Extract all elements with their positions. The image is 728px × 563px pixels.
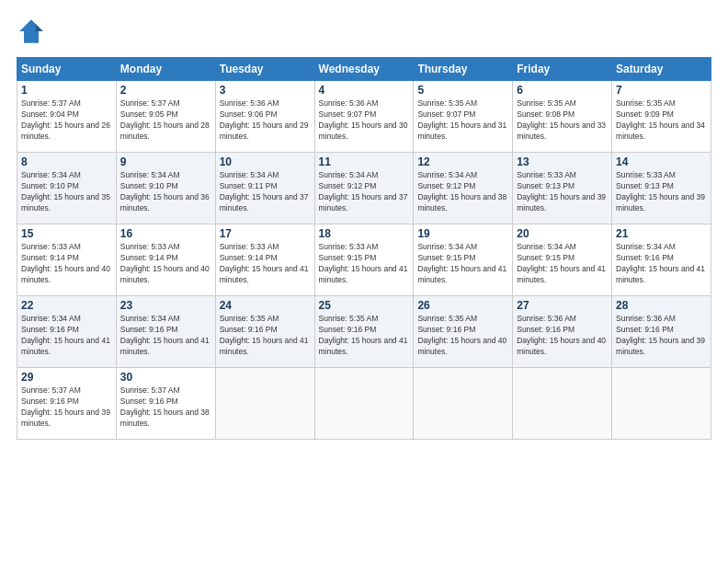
- calendar-week-5: 29Sunrise: 5:37 AMSunset: 9:16 PMDayligh…: [17, 368, 711, 440]
- calendar-cell: 21Sunrise: 5:34 AMSunset: 9:16 PMDayligh…: [612, 224, 711, 296]
- day-info: Sunrise: 5:33 AMSunset: 9:14 PMDaylight:…: [21, 242, 112, 286]
- calendar-cell: [612, 368, 711, 440]
- day-number: 1: [21, 84, 112, 97]
- calendar-cell: 30Sunrise: 5:37 AMSunset: 9:16 PMDayligh…: [116, 368, 215, 440]
- day-number: 14: [616, 155, 707, 168]
- day-info: Sunrise: 5:35 AMSunset: 9:16 PMDaylight:…: [417, 314, 508, 358]
- calendar-table: Sunday Monday Tuesday Wednesday Thursday…: [17, 57, 711, 440]
- day-number: 7: [616, 84, 707, 97]
- day-info: Sunrise: 5:33 AMSunset: 9:13 PMDaylight:…: [517, 170, 608, 214]
- day-number: 23: [120, 299, 211, 312]
- day-number: 11: [319, 155, 410, 168]
- day-number: 17: [220, 227, 311, 240]
- calendar-cell: 19Sunrise: 5:34 AMSunset: 9:15 PMDayligh…: [414, 224, 513, 296]
- calendar-cell: 11Sunrise: 5:34 AMSunset: 9:12 PMDayligh…: [314, 153, 414, 224]
- day-info: Sunrise: 5:37 AMSunset: 9:16 PMDaylight:…: [120, 385, 211, 430]
- calendar-cell: 10Sunrise: 5:34 AMSunset: 9:11 PMDayligh…: [215, 153, 314, 224]
- calendar-cell: 1Sunrise: 5:37 AMSunset: 9:04 PMDaylight…: [17, 81, 117, 153]
- col-wednesday: Wednesday: [314, 58, 414, 81]
- day-number: 24: [220, 299, 311, 312]
- day-number: 10: [220, 155, 311, 168]
- day-info: Sunrise: 5:36 AMSunset: 9:16 PMDaylight:…: [517, 314, 608, 358]
- day-number: 20: [517, 227, 608, 240]
- calendar-cell: 26Sunrise: 5:35 AMSunset: 9:16 PMDayligh…: [414, 296, 513, 368]
- day-info: Sunrise: 5:36 AMSunset: 9:16 PMDaylight:…: [616, 314, 707, 358]
- day-number: 8: [21, 155, 112, 168]
- day-number: 21: [616, 227, 707, 240]
- day-info: Sunrise: 5:37 AMSunset: 9:16 PMDaylight:…: [21, 385, 112, 430]
- calendar-cell: [414, 368, 513, 440]
- calendar-cell: 16Sunrise: 5:33 AMSunset: 9:14 PMDayligh…: [116, 224, 215, 296]
- calendar-week-1: 1Sunrise: 5:37 AMSunset: 9:04 PMDaylight…: [17, 81, 711, 153]
- calendar-cell: 18Sunrise: 5:33 AMSunset: 9:15 PMDayligh…: [314, 224, 414, 296]
- calendar-cell: 22Sunrise: 5:34 AMSunset: 9:16 PMDayligh…: [17, 296, 117, 368]
- calendar-cell: 24Sunrise: 5:35 AMSunset: 9:16 PMDayligh…: [215, 296, 314, 368]
- header: [17, 17, 711, 46]
- col-monday: Monday: [116, 58, 215, 81]
- day-number: 28: [616, 299, 707, 312]
- calendar-cell: 12Sunrise: 5:34 AMSunset: 9:12 PMDayligh…: [414, 153, 513, 224]
- day-info: Sunrise: 5:35 AMSunset: 9:08 PMDaylight:…: [517, 98, 608, 143]
- day-info: Sunrise: 5:34 AMSunset: 9:11 PMDaylight:…: [220, 170, 311, 214]
- day-number: 18: [319, 227, 410, 240]
- page-container: Sunday Monday Tuesday Wednesday Thursday…: [0, 0, 728, 449]
- day-info: Sunrise: 5:37 AMSunset: 9:04 PMDaylight:…: [21, 98, 112, 143]
- calendar-cell: 2Sunrise: 5:37 AMSunset: 9:05 PMDaylight…: [116, 81, 215, 153]
- calendar-week-3: 15Sunrise: 5:33 AMSunset: 9:14 PMDayligh…: [17, 224, 711, 296]
- day-number: 27: [517, 299, 608, 312]
- calendar-cell: 23Sunrise: 5:34 AMSunset: 9:16 PMDayligh…: [116, 296, 215, 368]
- day-number: 13: [517, 155, 608, 168]
- calendar-cell: 9Sunrise: 5:34 AMSunset: 9:10 PMDaylight…: [116, 153, 215, 224]
- day-info: Sunrise: 5:33 AMSunset: 9:14 PMDaylight:…: [220, 242, 311, 286]
- calendar-cell: 27Sunrise: 5:36 AMSunset: 9:16 PMDayligh…: [513, 296, 612, 368]
- day-number: 29: [21, 371, 112, 384]
- day-number: 4: [319, 84, 410, 97]
- day-number: 25: [319, 299, 410, 312]
- calendar-cell: 28Sunrise: 5:36 AMSunset: 9:16 PMDayligh…: [612, 296, 711, 368]
- calendar-cell: 13Sunrise: 5:33 AMSunset: 9:13 PMDayligh…: [513, 153, 612, 224]
- calendar-cell: 14Sunrise: 5:33 AMSunset: 9:13 PMDayligh…: [612, 153, 711, 224]
- logo-icon: [17, 17, 46, 46]
- day-info: Sunrise: 5:34 AMSunset: 9:16 PMDaylight:…: [21, 314, 112, 358]
- logo: [17, 17, 50, 46]
- calendar-week-2: 8Sunrise: 5:34 AMSunset: 9:10 PMDaylight…: [17, 153, 711, 224]
- day-number: 2: [120, 84, 211, 97]
- day-info: Sunrise: 5:34 AMSunset: 9:16 PMDaylight:…: [616, 242, 707, 286]
- calendar-cell: [513, 368, 612, 440]
- day-info: Sunrise: 5:33 AMSunset: 9:14 PMDaylight:…: [120, 242, 211, 286]
- day-number: 9: [120, 155, 211, 168]
- day-info: Sunrise: 5:34 AMSunset: 9:12 PMDaylight:…: [319, 170, 410, 214]
- calendar-cell: 7Sunrise: 5:35 AMSunset: 9:09 PMDaylight…: [612, 81, 711, 153]
- day-info: Sunrise: 5:34 AMSunset: 9:10 PMDaylight:…: [120, 170, 211, 214]
- day-info: Sunrise: 5:33 AMSunset: 9:15 PMDaylight:…: [319, 242, 410, 286]
- day-info: Sunrise: 5:35 AMSunset: 9:16 PMDaylight:…: [220, 314, 311, 358]
- calendar-cell: 6Sunrise: 5:35 AMSunset: 9:08 PMDaylight…: [513, 81, 612, 153]
- day-info: Sunrise: 5:33 AMSunset: 9:13 PMDaylight:…: [616, 170, 707, 214]
- day-number: 3: [220, 84, 311, 97]
- calendar-cell: 8Sunrise: 5:34 AMSunset: 9:10 PMDaylight…: [17, 153, 117, 224]
- col-friday: Friday: [513, 58, 612, 81]
- day-info: Sunrise: 5:37 AMSunset: 9:05 PMDaylight:…: [120, 98, 211, 143]
- day-info: Sunrise: 5:34 AMSunset: 9:12 PMDaylight:…: [417, 170, 508, 214]
- day-number: 5: [417, 84, 508, 97]
- calendar-cell: 15Sunrise: 5:33 AMSunset: 9:14 PMDayligh…: [17, 224, 117, 296]
- day-number: 6: [517, 84, 608, 97]
- calendar-cell: 25Sunrise: 5:35 AMSunset: 9:16 PMDayligh…: [314, 296, 414, 368]
- day-number: 26: [417, 299, 508, 312]
- day-info: Sunrise: 5:35 AMSunset: 9:09 PMDaylight:…: [616, 98, 707, 143]
- calendar-cell: [314, 368, 414, 440]
- day-number: 16: [120, 227, 211, 240]
- day-number: 30: [120, 371, 211, 384]
- day-info: Sunrise: 5:35 AMSunset: 9:07 PMDaylight:…: [417, 98, 508, 143]
- day-info: Sunrise: 5:34 AMSunset: 9:15 PMDaylight:…: [517, 242, 608, 286]
- day-number: 15: [21, 227, 112, 240]
- calendar-cell: 4Sunrise: 5:36 AMSunset: 9:07 PMDaylight…: [314, 81, 414, 153]
- col-tuesday: Tuesday: [215, 58, 314, 81]
- day-info: Sunrise: 5:36 AMSunset: 9:07 PMDaylight:…: [319, 98, 410, 143]
- calendar-cell: [215, 368, 314, 440]
- calendar-cell: 5Sunrise: 5:35 AMSunset: 9:07 PMDaylight…: [414, 81, 513, 153]
- calendar-cell: 20Sunrise: 5:34 AMSunset: 9:15 PMDayligh…: [513, 224, 612, 296]
- calendar-week-4: 22Sunrise: 5:34 AMSunset: 9:16 PMDayligh…: [17, 296, 711, 368]
- day-number: 22: [21, 299, 112, 312]
- day-info: Sunrise: 5:34 AMSunset: 9:10 PMDaylight:…: [21, 170, 112, 214]
